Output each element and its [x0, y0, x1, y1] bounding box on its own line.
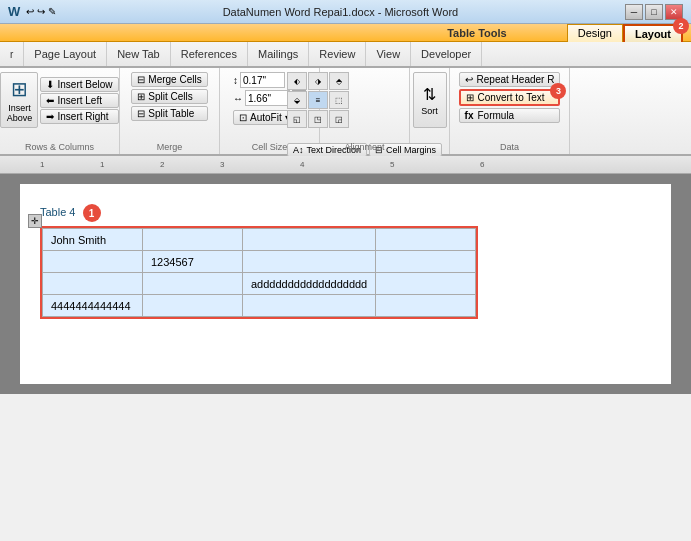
tab-developer[interactable]: Developer	[411, 42, 482, 66]
split-cells-icon: ⊞	[137, 91, 145, 102]
formula-label: Formula	[477, 110, 514, 121]
table-tools-label: Table Tools	[447, 27, 507, 39]
window-title: DataNumen Word Repai1.docx - Microsoft W…	[56, 6, 625, 18]
align-bottom-center[interactable]: ◳	[308, 110, 328, 128]
quick-access: ↩ ↪ ✎	[26, 6, 56, 17]
data-group-label: Data	[450, 142, 569, 152]
autofit-icon: ⊡	[239, 112, 247, 123]
split-table-button[interactable]: ⊟ Split Table	[131, 106, 207, 121]
rows-cols-group: ⊞ Insert Above ⬇ Insert Below ⬅ Insert L…	[0, 68, 120, 154]
rows-cols-label: Rows & Columns	[0, 142, 119, 152]
alignment-label: Alignment	[320, 142, 409, 152]
insert-below-icon: ⬇	[46, 79, 54, 90]
word-icon: W	[8, 4, 20, 19]
align-top-center[interactable]: ⬗	[308, 72, 328, 90]
minimize-button[interactable]: ─	[625, 4, 643, 20]
merge-cells-button[interactable]: ⊟ Merge Cells	[131, 72, 207, 87]
title-bar-left: W ↩ ↪ ✎	[8, 4, 56, 19]
document-area: Table 4 1 ✛ John Smith 1234567	[0, 174, 691, 394]
formula-button[interactable]: fx Formula	[459, 108, 561, 123]
sort-icon: ⇅	[423, 85, 436, 104]
repeat-header-label: Repeat Header R	[477, 74, 555, 85]
insert-right-icon: ➡	[46, 111, 54, 122]
tab-view[interactable]: View	[366, 42, 411, 66]
align-middle-center[interactable]: ≡	[308, 91, 328, 109]
split-table-label: Split Table	[148, 108, 194, 119]
split-cells-label: Split Cells	[148, 91, 192, 102]
split-cells-button[interactable]: ⊞ Split Cells	[131, 89, 207, 104]
ribbon-tabs[interactable]: r Page Layout New Tab References Mailing…	[0, 42, 691, 68]
ruler: 1 1 2 3 4 5 6	[0, 156, 691, 174]
window-controls[interactable]: ─ □ ✕	[625, 4, 683, 20]
insert-left-label: Insert Left	[57, 95, 101, 106]
step2-badge: 2	[673, 18, 689, 34]
tab-review[interactable]: Review	[309, 42, 366, 66]
split-table-icon: ⊟	[137, 108, 145, 119]
convert-to-text-button[interactable]: ⊞ Convert to Text 3	[459, 89, 561, 106]
table-tools-tabs[interactable]: Design Layout 2	[567, 24, 683, 42]
tab-mailings[interactable]: Mailings	[248, 42, 309, 66]
repeat-header-icon: ↩	[465, 74, 473, 85]
insert-right-label: Insert Right	[57, 111, 108, 122]
align-middle-left[interactable]: ⬙	[287, 91, 307, 109]
insert-left-icon: ⬅	[46, 95, 54, 106]
toolbar: ⊞ Insert Above ⬇ Insert Below ⬅ Insert L…	[0, 68, 691, 156]
table-tools-banner: Table Tools Design Layout 2	[0, 24, 691, 42]
tab-new-tab[interactable]: New Tab	[107, 42, 171, 66]
sort-group: ⇅ Sort	[410, 68, 450, 154]
align-top-left[interactable]: ⬖	[287, 72, 307, 90]
sort-label: Sort	[421, 106, 438, 116]
width-input[interactable]	[245, 90, 290, 106]
merge-group: ⊟ Merge Cells ⊞ Split Cells ⊟ Split Tabl…	[120, 68, 220, 154]
merge-cells-icon: ⊟	[137, 74, 145, 85]
convert-icon: ⊞	[466, 92, 474, 103]
tab-page-layout[interactable]: Page Layout	[24, 42, 107, 66]
convert-to-text-label: Convert to Text	[478, 92, 545, 103]
sort-button[interactable]: ⇅ Sort	[413, 72, 447, 128]
text-direction-icon: A↕	[293, 145, 304, 155]
insert-above-icon: ⊞	[11, 77, 28, 101]
maximize-button[interactable]: □	[645, 4, 663, 20]
tab-references[interactable]: References	[171, 42, 248, 66]
merge-cells-label: Merge Cells	[148, 74, 201, 85]
insert-below-label: Insert Below	[57, 79, 112, 90]
formula-icon: fx	[465, 110, 474, 121]
data-group: ↩ Repeat Header R ⊞ Convert to Text 3 fx…	[450, 68, 570, 154]
align-top-right[interactable]: ⬘	[329, 72, 349, 90]
height-input[interactable]	[240, 72, 285, 88]
tab-file[interactable]: r	[0, 42, 24, 66]
tab-layout[interactable]: Layout 2	[623, 24, 683, 42]
align-bottom-right[interactable]: ◲	[329, 110, 349, 128]
document-page: Table 4 1 ✛ John Smith 1234567	[20, 184, 671, 384]
insert-below-button[interactable]: ⬇ Insert Below	[40, 77, 118, 92]
alignment-group: ⬖ ⬗ ⬘ ⬙ ≡ ⬚ ◱ ◳ ◲ A↕ Text Direction	[320, 68, 410, 154]
step3-badge: 3	[550, 83, 566, 99]
align-middle-right[interactable]: ⬚	[329, 91, 349, 109]
title-bar: W ↩ ↪ ✎ DataNumen Word Repai1.docx - Mic…	[0, 0, 691, 24]
autofit-label: AutoFit	[250, 112, 282, 123]
width-icon: ↔	[233, 93, 243, 104]
align-bottom-left[interactable]: ◱	[287, 110, 307, 128]
tab-design[interactable]: Design	[567, 24, 623, 42]
height-icon: ↕	[233, 75, 238, 86]
merge-label: Merge	[120, 142, 219, 152]
insert-right-button[interactable]: ➡ Insert Right	[40, 109, 118, 124]
insert-above-button[interactable]: ⊞ Insert Above	[0, 72, 38, 128]
insert-left-button[interactable]: ⬅ Insert Left	[40, 93, 118, 108]
repeat-header-button[interactable]: ↩ Repeat Header R	[459, 72, 561, 87]
dialog-overlay: 4 Convert Table To Text ? ✕ Separate tex…	[20, 184, 671, 384]
insert-above-label: Insert Above	[3, 103, 35, 123]
